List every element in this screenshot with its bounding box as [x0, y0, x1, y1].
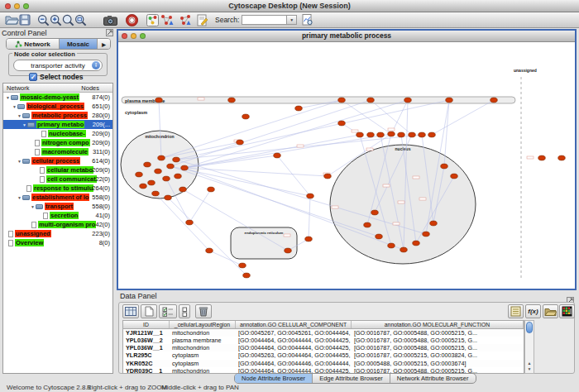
tree-row-label[interactable]: multi-organism pro [38, 221, 96, 228]
network-view-window[interactable]: primary metabolic process plasma membran… [117, 29, 577, 290]
graph-node[interactable] [377, 132, 385, 137]
graph-node[interactable] [140, 184, 147, 189]
attribute-table-header[interactable]: ID _cellularLayoutRegion annotation.GO C… [123, 321, 524, 329]
graph-node[interactable] [173, 157, 180, 162]
select-nodes-checkbox[interactable]: ✓ [29, 73, 37, 81]
tree-row[interactable]: ▼establishment of lo558(0) [3, 193, 112, 202]
tree-row-label[interactable]: unassigned [15, 230, 51, 237]
advanced-search-button[interactable] [302, 13, 313, 27]
attribute-table[interactable]: ID _cellularLayoutRegion annotation.GO C… [122, 320, 524, 374]
annotation-button[interactable] [197, 13, 208, 27]
graph-node[interactable] [295, 106, 303, 111]
network-minimize-button[interactable] [131, 33, 136, 39]
graph-node[interactable] [243, 273, 251, 278]
tree-row-label[interactable]: transport [45, 203, 74, 210]
tree-row-label[interactable]: cellular process [31, 157, 80, 165]
graph-node[interactable] [451, 174, 458, 179]
tree-row[interactable]: cell communicat22(0) [3, 174, 112, 184]
disclosure-triangle-icon[interactable]: ▼ [17, 195, 22, 200]
tree-row[interactable]: multi-organism pro42(0) [3, 220, 112, 229]
graph-node[interactable] [409, 132, 416, 137]
graph-node[interactable] [163, 176, 170, 181]
disclosure-triangle-icon[interactable]: ▼ [5, 95, 11, 100]
graph-node[interactable] [538, 155, 546, 160]
disclosure-triangle-icon[interactable]: ▼ [17, 159, 22, 164]
graph-node[interactable] [356, 132, 364, 137]
graph-node[interactable] [237, 140, 244, 145]
graph-node[interactable] [558, 155, 566, 160]
tree-row-label[interactable]: primary metabo [36, 121, 84, 128]
graph-node[interactable] [398, 132, 405, 137]
tab-node-attribute-browser[interactable]: Node Attribute Browser [235, 374, 313, 383]
tree-row[interactable]: nucleobase-209(0) [3, 129, 112, 138]
function-builder-button[interactable]: f(x) [525, 304, 541, 318]
tree-row[interactable]: unassigned223(0) [3, 229, 112, 238]
tree-row[interactable]: ▼biological_process651(0) [3, 102, 112, 111]
apply-layout-2-button[interactable] [179, 13, 192, 27]
graph-node[interactable] [158, 155, 165, 160]
network-close-button[interactable] [122, 33, 127, 39]
column-header-cellular-component[interactable]: annotation.GO CELLULAR_COMPONENT [236, 321, 352, 328]
tab-edge-attribute-browser[interactable]: Edge Attribute Browser [313, 374, 390, 383]
graph-node[interactable] [338, 98, 346, 103]
tree-row[interactable]: secretion41(0) [3, 211, 112, 220]
graph-node[interactable] [136, 172, 143, 177]
graph-node[interactable] [179, 187, 187, 192]
tree-row[interactable]: Overview8(0) [3, 238, 112, 247]
graph-node[interactable] [155, 169, 162, 174]
graph-node[interactable] [388, 131, 395, 136]
search-input[interactable] [242, 15, 286, 25]
network-zoom-button[interactable] [140, 33, 146, 39]
scrollbar-thumb[interactable] [526, 322, 533, 333]
save-session-button[interactable] [19, 13, 31, 27]
graph-node[interactable] [419, 132, 426, 137]
graph-node[interactable] [186, 220, 194, 225]
tree-row-label[interactable]: biological_process [26, 103, 84, 110]
graph-node[interactable] [167, 164, 175, 169]
table-row[interactable]: YPL036W__2plasma membrane[GO:0044464, GO… [123, 337, 524, 344]
tree-row[interactable]: macromolecule311(0) [3, 147, 112, 156]
tree-row-label[interactable]: macromolecule [41, 148, 89, 155]
graph-node[interactable] [338, 121, 346, 126]
attribute-table-mode-button[interactable] [122, 304, 139, 318]
tree-row[interactable]: response to stimulu264(0) [3, 184, 112, 193]
graph-node[interactable] [364, 222, 371, 227]
scroll-down-icon[interactable]: ▼ [525, 366, 534, 372]
snapshot-camera-button[interactable] [103, 13, 117, 27]
table-row[interactable]: YPL036W__1mitochondrion[GO:0044464, GO:0… [123, 344, 524, 351]
tree-row-label[interactable]: establishment of lo [31, 194, 89, 201]
graph-node[interactable] [175, 174, 182, 179]
table-row[interactable]: YJR121W__1mitochondrion[GO:0045267, GO:0… [123, 329, 524, 337]
new-attribute-button[interactable] [141, 304, 157, 318]
node-color-dropdown[interactable]: transporter activity ▲▼ [13, 60, 103, 71]
tree-row-label[interactable]: response to stimulu [33, 184, 93, 192]
window-titlebar[interactable]: Cytoscape Desktop (New Session) [0, 0, 579, 12]
tab-network-attribute-browser[interactable]: Network Attribute Browser [390, 374, 476, 383]
disclosure-triangle-icon[interactable]: ▼ [22, 122, 27, 127]
graph-node[interactable] [367, 98, 375, 103]
network-view-titlebar[interactable]: primary metabolic process [118, 31, 575, 42]
select-attributes-button[interactable] [159, 304, 177, 318]
graph-node[interactable] [156, 98, 163, 103]
unselect-attributes-button[interactable] [179, 304, 190, 318]
table-scrollbar[interactable]: ▲ ▼ [524, 320, 534, 374]
graph-node[interactable] [371, 210, 379, 215]
graph-node[interactable] [446, 98, 453, 103]
import-attributes-button[interactable] [543, 304, 558, 318]
graph-node[interactable] [430, 221, 438, 226]
column-header-id[interactable]: ID [123, 321, 170, 328]
graph-node[interactable] [148, 180, 156, 185]
tab-mosaic[interactable]: Mosaic [60, 39, 98, 49]
tree-row-label[interactable]: mosaic-demo-yeast [20, 93, 79, 101]
column-header-region[interactable]: _cellularLayoutRegion [170, 321, 236, 328]
graph-node[interactable] [305, 237, 313, 241]
graph-node[interactable] [242, 114, 250, 119]
graph-node[interactable] [367, 132, 375, 137]
tree-row[interactable]: ▼cellular process614(0) [3, 156, 112, 165]
graph-node[interactable] [165, 195, 172, 200]
float-panel-icon[interactable] [106, 29, 113, 38]
graph-node[interactable] [404, 98, 412, 103]
delete-attribute-button[interactable] [195, 304, 212, 318]
zoom-window-button[interactable] [23, 3, 29, 9]
graph-node[interactable] [490, 98, 498, 103]
